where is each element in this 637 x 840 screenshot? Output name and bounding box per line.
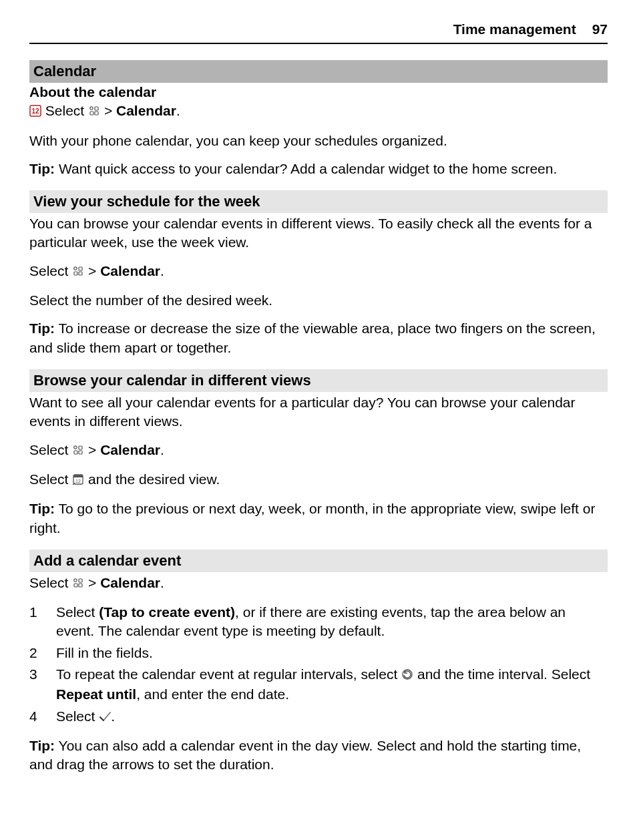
tip-label: Tip: [29, 738, 55, 753]
calendar-view-icon [72, 471, 84, 490]
tip: Tip: You can also add a calendar event i… [29, 737, 608, 775]
heading-view-week: View your schedule for the week [29, 190, 608, 213]
tip: Tip: To go to the previous or next day, … [29, 499, 608, 538]
page: Time management 97 Calendar About the ca… [0, 0, 637, 840]
step-select-calendar: Select > Calendar. [29, 101, 608, 122]
text: Select [56, 604, 99, 620]
text: Select [29, 263, 72, 278]
section-bar-calendar: Calendar [29, 60, 608, 83]
text: > [84, 575, 100, 590]
menu-grid-icon [72, 263, 84, 282]
text: Select [29, 442, 72, 457]
step-text: Select (Tap to create event), or if ther… [56, 603, 608, 641]
text: > [84, 263, 100, 278]
text: . [111, 708, 115, 724]
list-item: 3 To repeat the calendar event at regula… [29, 665, 608, 704]
header-title: Time management [453, 20, 576, 39]
step-number: 2 [29, 644, 56, 662]
text: Select [29, 575, 72, 590]
tip: Tip: To increase or decrease the size of… [29, 319, 608, 357]
heading-browse-views: Browse your calendar in different views [29, 369, 608, 392]
menu-grid-icon [72, 442, 84, 461]
tip: Tip: Want quick access to your calendar?… [29, 160, 608, 178]
paragraph: With your phone calendar, you can keep y… [29, 132, 608, 150]
list-item: 1 Select (Tap to create event), or if th… [29, 603, 608, 641]
tip-text: Want quick access to your calendar? Add … [55, 161, 557, 176]
calendar-12-icon [29, 103, 41, 122]
step-select-calendar: Select > Calendar. [29, 574, 608, 594]
paragraph: Select the number of the desired week. [29, 291, 608, 310]
label-calendar: Calendar [100, 263, 160, 278]
page-header: Time management 97 [29, 20, 608, 44]
text: Select [45, 103, 84, 118]
step-select-view: Select and the desired view. [29, 470, 608, 490]
text: . [160, 575, 164, 590]
step-text: Fill in the fields. [56, 644, 608, 662]
step-text: To repeat the calendar event at regular … [56, 665, 608, 704]
text: Select [56, 708, 99, 724]
list-item: 2 Fill in the fields. [29, 644, 608, 662]
label-calendar: Calendar [116, 103, 176, 118]
menu-grid-icon [72, 575, 84, 594]
text: . [176, 103, 180, 118]
tip-label: Tip: [29, 321, 55, 336]
repeat-icon [401, 666, 413, 685]
step-select-calendar: Select > Calendar. [29, 441, 608, 461]
label-repeat-until: Repeat until [56, 686, 136, 702]
heading-add-event: Add a calendar event [29, 550, 608, 572]
text: . [160, 442, 164, 457]
step-text: Select . [56, 707, 608, 727]
text: > [84, 442, 100, 457]
tip-label: Tip: [29, 161, 55, 176]
text: , and enter the end date. [136, 686, 289, 702]
text: To repeat the calendar event at regular … [56, 666, 401, 682]
menu-grid-icon [88, 103, 100, 122]
paragraph: You can browse your calendar events in d… [29, 214, 608, 252]
page-number: 97 [592, 20, 608, 39]
heading-about-calendar: About the calendar [29, 83, 608, 101]
step-select-calendar: Select > Calendar. [29, 262, 608, 282]
step-number: 1 [29, 603, 56, 641]
paragraph: Want to see all your calendar events for… [29, 393, 608, 431]
tip-label: Tip: [29, 501, 55, 516]
text: and the time interval. Select [413, 666, 590, 682]
label-tap-create: (Tap to create event) [99, 604, 235, 620]
steps-list: 1 Select (Tap to create event), or if th… [29, 603, 608, 727]
label-calendar: Calendar [100, 575, 160, 590]
text: and the desired view. [84, 471, 220, 487]
text: . [160, 263, 164, 278]
text: > [104, 103, 116, 118]
label-calendar: Calendar [100, 442, 160, 457]
step-number: 4 [29, 707, 56, 727]
list-item: 4 Select . [29, 707, 608, 727]
tip-text: You can also add a calendar event in the… [29, 738, 581, 772]
step-number: 3 [29, 665, 56, 704]
text: Select [29, 471, 72, 487]
checkmark-icon [99, 708, 111, 727]
tip-text: To go to the previous or next day, week,… [29, 501, 595, 535]
tip-text: To increase or decrease the size of the … [29, 321, 596, 355]
